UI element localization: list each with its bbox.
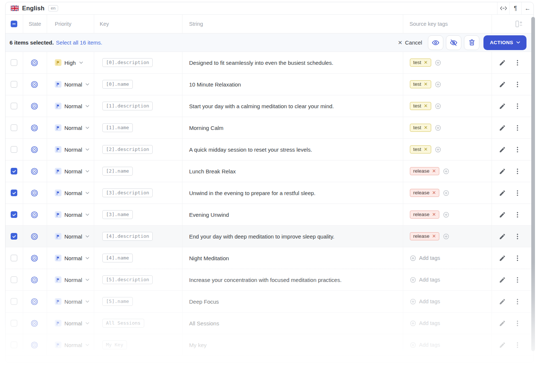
remove-tag-icon[interactable]: ✕	[424, 60, 428, 65]
translation-string[interactable]: Night Meditation	[189, 255, 229, 261]
select-all-link[interactable]: Select all 16 items.	[56, 39, 102, 46]
key-tag-chip[interactable]: test ✕	[410, 102, 431, 110]
key-chip[interactable]: [1].description	[102, 102, 153, 110]
edit-translation-button[interactable]	[499, 190, 506, 197]
row-checkbox[interactable]	[11, 276, 17, 283]
add-tag-icon[interactable]	[435, 60, 441, 66]
row-checkbox[interactable]	[11, 342, 17, 348]
row-menu-button[interactable]	[517, 298, 518, 305]
priority-select[interactable]: Normal	[47, 117, 94, 138]
priority-select[interactable]: Normal	[47, 204, 94, 225]
translation-state-icon[interactable]	[30, 232, 39, 241]
row-checkbox[interactable]	[11, 255, 17, 261]
add-tags-placeholder[interactable]: Add tags	[410, 299, 440, 305]
row-checkbox[interactable]	[11, 320, 17, 326]
key-tag-chip[interactable]: release ✕	[410, 167, 439, 175]
translation-state-icon[interactable]	[30, 254, 39, 262]
translation-state-icon[interactable]	[30, 80, 39, 89]
add-tag-icon[interactable]	[435, 81, 441, 88]
row-menu-button[interactable]	[517, 190, 518, 197]
add-tags-placeholder[interactable]: Add tags	[410, 277, 440, 283]
edit-translation-button[interactable]	[499, 276, 506, 283]
priority-select[interactable]: Normal	[47, 139, 94, 160]
row-checkbox[interactable]	[11, 298, 17, 305]
translation-state-icon[interactable]	[30, 124, 39, 132]
edit-translation-button[interactable]	[499, 233, 506, 240]
key-chip[interactable]: [5].name	[102, 297, 133, 306]
key-chip[interactable]: [2].name	[102, 167, 133, 176]
add-tags-placeholder[interactable]: Add tags	[410, 255, 440, 261]
edit-translation-button[interactable]	[499, 320, 506, 327]
key-tag-chip[interactable]: release ✕	[410, 211, 439, 219]
priority-select[interactable]: Normal	[47, 160, 94, 182]
translation-string[interactable]: Evening Unwind	[189, 212, 229, 218]
collapse-column-button[interactable]: ←	[521, 2, 533, 14]
row-menu-button[interactable]	[517, 255, 518, 262]
translation-string[interactable]: Designed to fit seamlessly into even the…	[189, 60, 333, 66]
key-tag-chip[interactable]: test ✕	[410, 145, 431, 153]
actions-button[interactable]: ACTIONS	[483, 35, 526, 50]
priority-select[interactable]: Normal	[47, 312, 94, 334]
key-chip[interactable]: [4].name	[102, 254, 133, 262]
remove-tag-icon[interactable]: ✕	[424, 125, 428, 130]
key-chip[interactable]: [3].name	[102, 210, 133, 219]
key-chip[interactable]: [0].description	[102, 58, 153, 67]
row-checkbox[interactable]	[11, 211, 17, 218]
translation-string[interactable]: End your day with deep meditation to imp…	[189, 233, 334, 240]
add-tag-icon[interactable]	[443, 233, 449, 240]
vertical-scrollbar-thumb[interactable]	[531, 17, 535, 351]
row-checkbox[interactable]	[11, 103, 17, 109]
translation-state-icon[interactable]	[30, 297, 39, 306]
translation-string[interactable]: Lunch Break Relax	[189, 168, 236, 174]
key-tag-chip[interactable]: test ✕	[410, 59, 431, 67]
remove-tag-icon[interactable]: ✕	[432, 234, 436, 239]
add-tag-icon[interactable]	[435, 146, 441, 153]
remove-tag-icon[interactable]: ✕	[424, 103, 428, 108]
edit-translation-button[interactable]	[499, 124, 506, 131]
column-settings-icon[interactable]	[514, 20, 523, 28]
remove-tag-icon[interactable]: ✕	[432, 169, 436, 173]
row-menu-button[interactable]	[517, 59, 518, 66]
key-chip[interactable]: [2].description	[102, 145, 153, 154]
key-chip[interactable]: My Key	[102, 340, 127, 349]
remove-tag-icon[interactable]: ✕	[424, 82, 428, 86]
row-menu-button[interactable]	[517, 320, 518, 327]
add-tag-icon[interactable]	[443, 212, 449, 218]
translation-state-icon[interactable]	[30, 276, 39, 284]
priority-select[interactable]: Normal	[47, 74, 94, 95]
priority-select[interactable]: Normal	[47, 291, 94, 312]
add-tag-icon[interactable]	[443, 190, 449, 196]
add-tag-icon[interactable]	[443, 168, 449, 174]
row-menu-button[interactable]	[517, 124, 518, 131]
translation-string[interactable]: A quick midday session to reset your str…	[189, 146, 312, 153]
priority-select[interactable]: Normal	[47, 182, 94, 204]
row-checkbox[interactable]	[11, 168, 17, 174]
row-menu-button[interactable]	[517, 211, 518, 218]
edit-translation-button[interactable]	[499, 103, 506, 110]
cancel-selection-button[interactable]: ✕ Cancel	[398, 39, 422, 46]
translation-string[interactable]: Unwind in the evening to prepare for a r…	[189, 190, 316, 196]
priority-select[interactable]: Normal	[47, 226, 94, 247]
row-menu-button[interactable]	[517, 276, 518, 283]
whitespace-toggle-button[interactable]: ¶	[509, 2, 521, 14]
translation-state-icon[interactable]	[30, 59, 39, 67]
edit-translation-button[interactable]	[499, 81, 506, 88]
translation-state-icon[interactable]	[30, 167, 39, 176]
priority-select[interactable]: Normal	[47, 269, 94, 290]
select-all-checkbox[interactable]	[11, 21, 17, 27]
edit-translation-button[interactable]	[499, 298, 506, 305]
translation-string[interactable]: All Sessions	[189, 320, 219, 326]
add-tag-icon[interactable]	[435, 125, 441, 131]
translation-string[interactable]: 10 Minute Relaxation	[189, 81, 241, 88]
row-checkbox[interactable]	[11, 124, 17, 131]
row-checkbox[interactable]	[11, 59, 17, 66]
add-tags-placeholder[interactable]: Add tags	[410, 342, 440, 348]
priority-select[interactable]: Normal	[47, 247, 94, 269]
add-tag-icon[interactable]	[435, 103, 441, 109]
row-menu-button[interactable]	[517, 146, 518, 153]
translation-state-icon[interactable]	[30, 189, 39, 197]
key-chip[interactable]: [5].description	[102, 275, 153, 284]
edit-translation-button[interactable]	[499, 211, 506, 218]
key-chip[interactable]: [3].description	[102, 188, 153, 197]
row-checkbox[interactable]	[11, 233, 17, 240]
